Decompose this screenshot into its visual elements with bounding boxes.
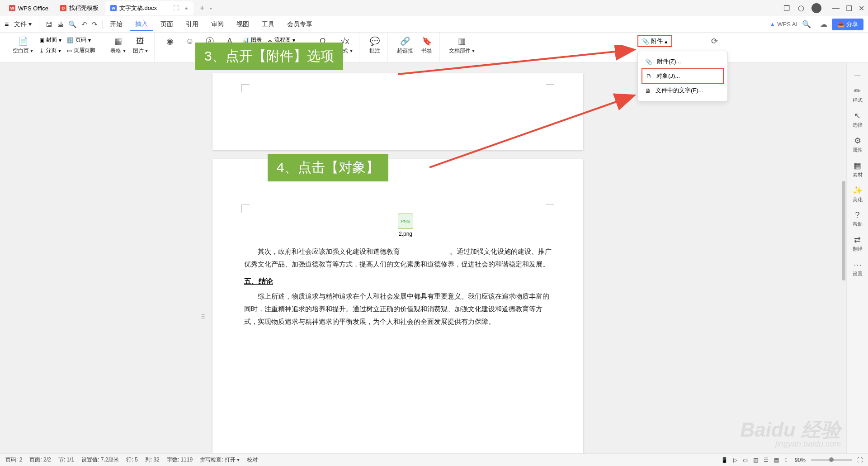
translate-icon: ⇄ — [854, 235, 861, 245]
statusbar: 页码: 2 页面: 2/2 节: 1/1 设置值: 7.2厘米 行: 5 列: … — [0, 453, 868, 466]
view-page-icon[interactable]: ▥ — [753, 457, 758, 463]
menu-review[interactable]: 审阅 — [206, 19, 229, 30]
table-button[interactable]: ▦表格 ▾ — [108, 35, 128, 56]
paperclip-icon: 📎 — [645, 58, 652, 65]
view-play-icon[interactable]: ▷ — [733, 457, 737, 463]
scroll-thumb[interactable] — [842, 181, 845, 281]
minimize-button[interactable]: — — [832, 4, 840, 13]
image-button[interactable]: 🖼图片 ▾ — [130, 35, 151, 56]
preview-icon[interactable]: 🔍 — [68, 20, 77, 29]
attachment-button[interactable]: 📎 附件 ▴ — [637, 35, 672, 47]
redo-icon[interactable]: ↷ — [92, 20, 98, 29]
menu-page[interactable]: 页面 — [155, 19, 179, 30]
sidebar-material[interactable]: ▦素材 — [853, 161, 863, 178]
tab-templates[interactable]: D找稻壳模板 — [55, 1, 104, 15]
share-button[interactable]: 📤 分享 — [832, 19, 863, 30]
close-button[interactable]: ✕ — [859, 4, 864, 13]
sidebar-style[interactable]: ✏样式 — [853, 86, 863, 104]
cursor-icon: ↖ — [854, 111, 861, 121]
shape-button[interactable]: ◉ — [161, 35, 179, 47]
docparts-button[interactable]: ▥文档部件 ▾ — [446, 35, 477, 56]
cube-icon[interactable]: ⬡ — [797, 4, 805, 12]
window-controls: ❐ ⬡ — ☐ ✕ — [783, 3, 864, 13]
night-mode-icon[interactable]: ☾ — [784, 457, 789, 463]
new-tab-button[interactable]: + — [194, 4, 210, 13]
menu-start[interactable]: 开始 — [104, 19, 128, 30]
undo-icon[interactable]: ↶ — [81, 20, 87, 29]
slider-icon: ⚙ — [854, 136, 861, 146]
zoom-label[interactable]: 90% — [795, 457, 806, 463]
menu-insert[interactable]: 插入 — [130, 18, 153, 31]
menu-vip[interactable]: 会员专享 — [282, 19, 318, 30]
grid-icon: ▦ — [854, 161, 861, 171]
menu-reference[interactable]: 引用 — [180, 19, 204, 30]
cover-button[interactable]: ▣ 封面 ▾ — [38, 35, 63, 45]
annotation-4: 4、点击【对象】 — [268, 154, 388, 181]
view-web-icon[interactable]: ▤ — [774, 457, 779, 463]
ribbon-toolbar: 📄空白页 ▾ ▣ 封面 ▾ ⤓ 分页 ▾ 🔢 页码 ▾ ▭ 页眉页脚 ▦表格 ▾… — [0, 33, 868, 62]
zoom-slider[interactable] — [811, 459, 852, 461]
docparts-icon: ▥ — [457, 36, 467, 46]
sidebar-translate[interactable]: ⇄翻译 — [853, 235, 863, 252]
word-doc-icon: W — [110, 5, 117, 11]
dropdown-attach[interactable]: 📎附件(Z)... — [638, 54, 727, 69]
pagebreak-button[interactable]: ⤓ 分页 ▾ — [38, 46, 63, 55]
header-footer-button[interactable]: ▭ 页眉页脚 — [65, 46, 97, 55]
sidebar-settings[interactable]: ⋯设置 — [853, 260, 863, 277]
print-icon[interactable]: 🖶 — [57, 20, 64, 28]
tab-wps-home[interactable]: WWPS Office — [4, 1, 54, 15]
titlebar: WWPS Office D找稻壳模板 W文字文稿.docx⛶● + ▾ ❐ ⬡ … — [0, 0, 868, 16]
document-canvas[interactable]: PNG 2.png 其次，政府和社会应该加强文化建设和道德教育。通过加强文化设施… — [0, 62, 846, 453]
drag-handle-icon[interactable]: ⠿ — [201, 313, 205, 320]
vertical-scrollbar[interactable] — [841, 68, 845, 448]
collapse-icon[interactable]: — — [854, 71, 861, 79]
status-pages[interactable]: 页面: 2/2 — [29, 456, 51, 464]
blank-page-button[interactable]: 📄空白页 ▾ — [10, 35, 36, 56]
fullscreen-icon[interactable]: ⛶ — [857, 457, 863, 463]
more-icon: ⟳ — [709, 36, 719, 46]
template-icon: D — [60, 5, 66, 11]
sidebar-select[interactable]: ↖选择 — [853, 111, 863, 128]
sidebar-attr[interactable]: ⚙属性 — [853, 136, 863, 153]
user-avatar[interactable] — [811, 3, 821, 13]
status-spell[interactable]: 拼写检查: 打开 ▾ — [200, 456, 240, 464]
maximize-button[interactable]: ☐ — [846, 4, 852, 13]
status-proof[interactable]: 校对 — [247, 456, 258, 464]
tab-document[interactable]: W文字文稿.docx⛶● — [105, 1, 193, 15]
embedded-file[interactable]: PNG 2.png — [398, 214, 413, 237]
dropdown-object[interactable]: 🗋对象(J)... — [642, 68, 724, 84]
menu-view[interactable]: 视图 — [231, 19, 255, 30]
filetext-icon: 🗎 — [645, 87, 651, 94]
sidebar-beautify[interactable]: ✨美化 — [853, 185, 863, 203]
attachment-dropdown: 📎附件(Z)... 🗋对象(J)... 🗎文件中的文字(F)... — [637, 51, 728, 101]
status-page[interactable]: 页码: 2 — [5, 456, 22, 464]
menu-tools[interactable]: 工具 — [256, 19, 280, 30]
duplicate-icon[interactable]: ❐ — [783, 4, 791, 12]
menubar: ≡ 文件 ▾ 🖫 🖶 🔍 ↶ ↷ 开始 插入 页面 引用 审阅 视图 工具 会员… — [0, 16, 868, 33]
view-mobile-icon[interactable]: 📱 — [721, 457, 728, 463]
pagenum-button[interactable]: 🔢 页码 ▾ — [65, 35, 97, 45]
file-menu[interactable]: 文件 ▾ — [11, 19, 34, 30]
status-col: 列: 32 — [145, 456, 160, 464]
pencil-icon: ✏ — [854, 86, 861, 96]
page-2: PNG 2.png 其次，政府和社会应该加强文化建设和道德教育。通过加强文化设施… — [212, 159, 583, 453]
comment-button[interactable]: 💬批注 — [366, 35, 384, 56]
bookmark-button[interactable]: 🔖书签 — [418, 35, 436, 56]
image-icon: 🖼 — [135, 36, 145, 46]
dropdown-filetext[interactable]: 🗎文件中的文字(F)... — [638, 83, 727, 98]
wps-ai-button[interactable]: ▲WPS AI — [769, 21, 797, 28]
more-button[interactable]: ⟳ — [705, 35, 723, 47]
annotation-3: 3、点开【附件】选项 — [195, 43, 343, 70]
cloud-icon[interactable]: ☁ — [820, 20, 827, 29]
sidebar-help[interactable]: ?帮助 — [853, 210, 863, 228]
save-icon[interactable]: 🖫 — [46, 20, 52, 28]
wps-logo-icon: W — [9, 5, 15, 11]
hamburger-icon[interactable]: ≡ — [5, 20, 9, 29]
search-icon[interactable]: 🔍 — [802, 20, 811, 29]
view-outline-icon[interactable]: ☰ — [764, 457, 769, 463]
status-words[interactable]: 字数: 1119 — [167, 456, 193, 464]
dots-icon: ⋯ — [854, 260, 862, 270]
hyperlink-button[interactable]: 🔗超链接 — [394, 35, 416, 56]
view-book-icon[interactable]: ▭ — [743, 457, 748, 463]
status-pos: 设置值: 7.2厘米 — [81, 456, 119, 464]
